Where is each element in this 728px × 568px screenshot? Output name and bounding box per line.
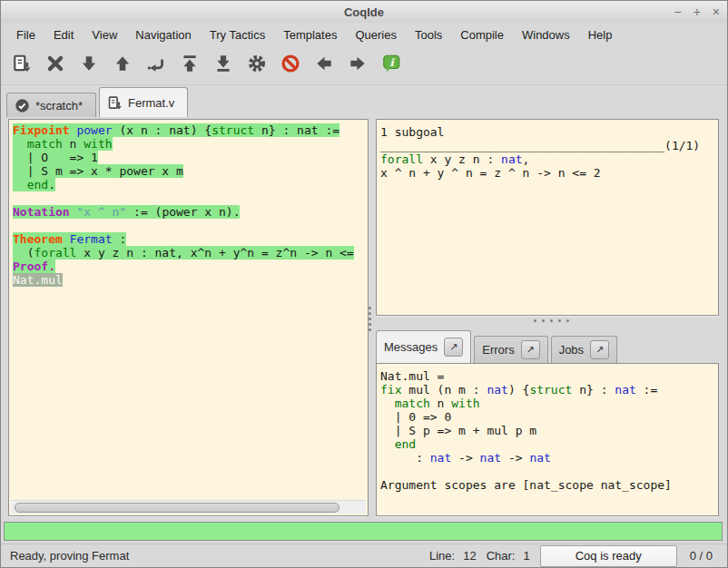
menu-item-edit[interactable]: Edit [44,24,83,45]
code-line: Proof. [13,260,368,273]
coq-status-box: Coq is ready [540,545,677,567]
code-line: (forall x y z n : nat, x^n + y^n = z^n -… [13,246,368,260]
tab-label: *scratch* [35,99,83,113]
gear-icon [247,54,267,77]
code-line: fix mul (n m : nat) {struct n} : nat := [380,383,718,397]
info-button[interactable]: i [374,50,408,81]
back-button[interactable] [307,50,340,81]
horizontal-splitter-handle[interactable] [531,319,572,322]
vertical-splitter-handle[interactable] [369,304,371,334]
tab-fermat[interactable]: Fermat.v [99,87,188,117]
code-line: Fixpoint power (x n : nat) {struct n} : … [13,123,368,137]
close-button[interactable]: × [713,1,720,23]
messages-code-area: Nat.mul =fix mul (n m : nat) {struct n} … [377,364,718,492]
coqide-window: CoqIde − + × FileEditViewNavigationTry T… [0,0,728,568]
detach-arrow-icon: ↗ [526,344,535,356]
tab-label: Fermat.v [128,96,174,110]
horizontal-scrollbar-thumb[interactable] [15,503,339,513]
stop-icon [280,54,300,77]
menu-item-windows[interactable]: Windows [513,24,579,45]
cross-button[interactable] [38,50,72,81]
messages-panel: Nat.mul =fix mul (n m : nat) {struct n} … [376,363,719,516]
code-line [13,191,368,205]
save-button[interactable] [5,50,38,81]
left-icon [314,54,334,77]
code-line: | O => 1 [13,151,368,164]
minimize-button[interactable]: − [674,1,681,23]
menu-bar: FileEditViewNavigationTry TacticsTemplat… [1,23,727,46]
horizontal-scrollbar [11,500,366,514]
detach-panel-button[interactable]: ↗ [444,338,463,357]
menu-item-view[interactable]: View [83,24,126,45]
menu-item-compile[interactable]: Compile [451,24,513,45]
maximize-button[interactable]: + [694,1,701,23]
char-label: Char: [487,549,516,563]
toolbar: i [1,46,727,85]
line-number: 12 [463,549,476,563]
code-line: Notation "x ^ n" := (power x n). [13,205,368,219]
window-title: CoqIde [344,5,384,19]
to-start-button[interactable] [172,50,206,81]
save-icon [12,54,32,77]
window-controls: − + × [674,1,720,23]
panel-tab-bar: Messages↗Errors↗Jobs↗ [376,328,620,363]
goal-panel: 1 subgoal_______________________________… [376,119,719,316]
goto-cursor-button[interactable] [139,50,172,81]
panel-tab-label: Messages [384,340,438,354]
code-line: Nat.mul = [380,369,718,383]
interrupt-button[interactable] [273,50,307,81]
menu-item-templates[interactable]: Templates [274,24,346,45]
code-line: | 0 => 0 [380,410,718,424]
code-line: match n with [380,397,718,410]
code-line: | S p => m + mul p m [380,424,718,437]
toend-icon [213,54,233,77]
line-label: Line: [429,549,455,563]
code-line: | S m => x * power x m [13,164,368,178]
menu-item-help[interactable]: Help [579,24,622,45]
close-icon [45,54,65,77]
menu-item-try-tactics[interactable]: Try Tactics [201,24,274,45]
tab-scratch[interactable]: *scratch* [6,93,96,117]
tab-jobs[interactable]: Jobs↗ [551,336,617,363]
status-message: Ready, proving Fermat [10,549,129,563]
menu-item-navigation[interactable]: Navigation [126,24,200,45]
menu-item-file[interactable]: File [7,24,44,45]
tab-messages[interactable]: Messages↗ [376,330,471,363]
check-icon [15,98,30,113]
code-line: end. [13,178,368,191]
goto-icon [146,54,166,77]
char-number: 1 [523,549,529,563]
title-bar: CoqIde − + × [1,1,727,24]
progress-bar [4,522,723,541]
jobs-counter: 0 / 0 [690,549,713,563]
code-line [13,219,368,232]
code-line: ________________________________________… [380,139,718,152]
tab-errors[interactable]: Errors↗ [474,336,547,363]
code-line: match n with [13,137,368,151]
code-line: : nat -> nat -> nat [380,451,718,465]
up-icon [113,54,133,77]
goal-code-area: 1 subgoal_______________________________… [377,120,718,180]
step-forward-button[interactable] [72,50,105,81]
code-line: end [380,437,718,451]
menu-item-queries[interactable]: Queries [346,24,406,45]
detach-panel-button[interactable]: ↗ [521,340,540,359]
editor-code-area[interactable]: Fixpoint power (x n : nat) {struct n} : … [9,120,368,287]
code-line: 1 subgoal [380,125,718,139]
forward-button[interactable] [340,50,374,81]
step-backward-button[interactable] [105,50,139,81]
code-line [380,465,718,478]
detach-arrow-icon: ↗ [595,344,604,356]
editor-buffer[interactable]: Fixpoint power (x n : nat) {struct n} : … [8,119,369,516]
menu-item-tools[interactable]: Tools [406,24,451,45]
info-icon: i [381,54,401,77]
detach-panel-button[interactable]: ↗ [590,340,609,359]
gear-button[interactable] [240,50,273,81]
panel-tab-label: Errors [482,343,514,357]
code-line: x ^ n + y ^ n = z ^ n -> n <= 2 [380,166,718,180]
tostart-icon [180,54,200,77]
status-right-group: Line: 12 Char: 1 Coq is ready 0 / 0 [429,545,718,567]
right-icon [348,54,368,77]
down-icon [79,54,99,77]
to-end-button[interactable] [206,50,240,81]
